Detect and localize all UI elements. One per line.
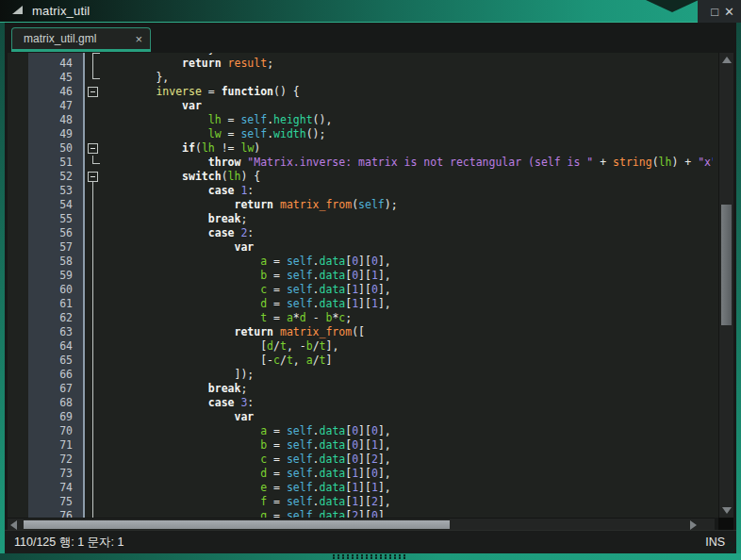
code-line[interactable]: 65 [-c/t, a/t] [28,354,713,368]
scroll-left-icon[interactable] [10,520,17,530]
code-line[interactable]: 50 if(lh != lw) [28,141,713,156]
fold-column-cell [83,481,104,495]
line-number[interactable]: 61 [28,297,83,311]
fold-extent-line [92,198,93,212]
line-number[interactable]: 69 [28,410,83,424]
line-number[interactable]: 52 [28,170,83,184]
code-line[interactable]: 67 break; [28,382,713,396]
line-number[interactable]: 63 [28,325,83,339]
code-line[interactable]: 69 var [28,410,713,424]
code-line[interactable]: 61 d = self.data[1][1], [28,297,713,311]
code-line[interactable]: 58 a = self.data[0][0], [28,255,713,269]
line-number[interactable]: 46 [28,85,83,99]
code-line[interactable]: 48 lh = self.height(), [28,113,713,127]
code-line[interactable]: 56 case 2: [28,226,713,240]
scroll-up-icon[interactable] [722,57,732,63]
code-line[interactable]: 51 throw "Matrix.inverse: matrix is not … [28,156,713,170]
resize-grip-dots[interactable] [333,554,408,559]
code-line[interactable]: 52 switch(lh) { [28,170,713,184]
code-line[interactable]: 70 a = self.data[0][0], [28,424,713,438]
vertical-scrollbar[interactable] [718,53,733,518]
line-number[interactable]: 47 [28,99,83,113]
code-text: ]); [104,368,713,382]
line-number[interactable]: 67 [28,382,83,396]
line-number[interactable]: 71 [28,438,83,453]
line-number[interactable]: 62 [28,311,83,325]
window-content: matrix_util.gml × 43 }44 return result;4… [5,23,736,553]
line-number[interactable]: 54 [28,198,83,212]
code-line[interactable]: 76 g = self.data[2][0], [28,509,713,518]
fold-column-cell [83,382,104,396]
line-number[interactable]: 53 [28,184,83,198]
line-number[interactable]: 60 [28,283,83,297]
code-text: var [104,240,713,255]
code-line[interactable]: 54 return matrix_from(self); [28,198,713,212]
fold-collapse-icon[interactable] [88,172,98,182]
horizontal-scrollbar-thumb[interactable] [24,520,450,529]
code-line[interactable]: 44 return result; [28,57,713,71]
line-number[interactable]: 49 [28,127,83,141]
vertical-scrollbar-thumb[interactable] [721,205,732,325]
code-line[interactable]: 57 var [28,240,713,255]
code-line[interactable]: 74 e = self.data[1][1], [28,481,713,495]
code-line[interactable]: 55 break; [28,212,713,226]
code-line[interactable]: 46 inverse = function() { [28,85,713,99]
line-number[interactable]: 59 [28,269,83,283]
fold-extent-line [92,212,93,226]
code-line[interactable]: 72 c = self.data[0][2], [28,453,713,467]
fold-column-cell [83,297,104,311]
line-number[interactable]: 73 [28,467,83,481]
maximize-icon[interactable]: □ [711,6,718,18]
scroll-down-icon[interactable] [722,507,732,514]
scroll-right-icon[interactable] [690,520,697,530]
window-menu-icon[interactable] [12,6,23,14]
close-icon[interactable]: ✕ [724,6,734,18]
line-number[interactable]: 74 [28,481,83,495]
line-number[interactable]: 56 [28,226,83,240]
code-line[interactable]: 59 b = self.data[0][1], [28,269,713,283]
line-number[interactable]: 58 [28,255,83,269]
line-number[interactable]: 55 [28,212,83,226]
line-number[interactable]: 72 [28,453,83,467]
horizontal-scrollbar[interactable] [8,518,715,530]
fold-collapse-icon[interactable] [88,87,98,97]
line-number[interactable]: 68 [28,396,83,410]
fold-column-cell [83,283,104,297]
fold-column-cell [83,509,104,518]
fold-collapse-icon[interactable] [88,143,98,154]
code-line[interactable]: 63 return matrix_from([ [28,325,713,339]
line-number[interactable]: 50 [28,141,83,156]
code-line[interactable]: 71 b = self.data[0][1], [28,438,713,453]
line-number[interactable]: 66 [28,368,83,382]
code-line[interactable]: 53 case 1: [28,184,713,198]
code-line[interactable]: 75 f = self.data[1][2], [28,495,713,509]
line-number[interactable]: 51 [28,156,83,170]
tab-matrix-util[interactable]: matrix_util.gml × [11,27,151,49]
line-number[interactable]: 70 [28,424,83,438]
code-line[interactable]: 47 var [28,99,713,113]
code-line[interactable]: 64 [d/t, -b/t], [28,339,713,354]
line-number[interactable]: 45 [28,71,83,85]
code-line[interactable]: 62 t = a*d - b*c; [28,311,713,325]
code-text: d = self.data[1][1], [104,297,713,311]
code-line[interactable]: 68 case 3: [28,396,713,410]
corner-resize-grip[interactable] [725,542,736,553]
window-controls: □ ✕ [698,0,741,23]
code-line[interactable]: 66 ]); [28,368,713,382]
line-number[interactable]: 75 [28,495,83,509]
code-line[interactable]: 73 d = self.data[1][0], [28,467,713,481]
code-viewport[interactable]: 43 }44 return result;45 },46 inverse = f… [28,53,713,518]
line-number[interactable]: 57 [28,240,83,255]
fold-extent-line [92,311,93,325]
code-line[interactable]: 49 lw = self.width(); [28,127,713,141]
line-number[interactable]: 76 [28,509,83,518]
line-number[interactable]: 44 [28,57,83,71]
line-number[interactable]: 48 [28,113,83,127]
fold-extent-line [92,156,93,163]
line-number[interactable]: 64 [28,339,83,354]
fold-extent-line [92,297,93,311]
code-line[interactable]: 45 }, [28,71,713,85]
tab-close-icon[interactable]: × [135,32,142,46]
line-number[interactable]: 65 [28,354,83,368]
code-line[interactable]: 60 c = self.data[1][0], [28,283,713,297]
